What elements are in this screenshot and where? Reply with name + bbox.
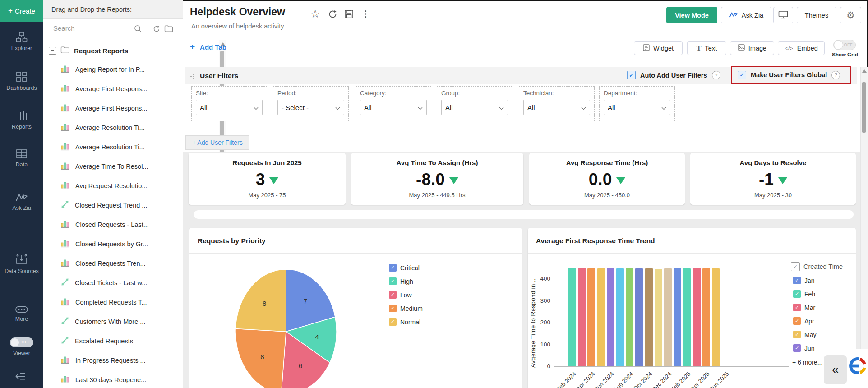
report-list-item[interactable]: Customers With More ... <box>43 312 175 331</box>
themes-button[interactable]: Themes <box>797 7 836 23</box>
folder-view-icon[interactable] <box>164 25 173 34</box>
search-input[interactable]: Search <box>53 24 75 32</box>
drag-handle-icon[interactable] <box>190 73 195 79</box>
embed-button[interactable]: </> Embed <box>778 41 825 55</box>
auto-add-user-filters-option[interactable]: ✓ Auto Add User Filters ? <box>627 71 720 79</box>
legend-checkbox-icon[interactable]: ✓ <box>389 318 397 326</box>
legend-checkbox-icon[interactable]: ✓ <box>793 290 801 298</box>
report-list-item[interactable]: Average Time To Resol... <box>43 157 175 176</box>
legend-item-mar[interactable]: ✓Mar <box>793 304 815 311</box>
search-icon[interactable] <box>134 24 143 35</box>
text-button[interactable]: T Text <box>687 41 726 55</box>
legend-checkbox-icon[interactable]: ✓ <box>793 344 801 352</box>
collapse-folder-icon[interactable] <box>49 47 56 55</box>
report-list-item[interactable]: In Progress Requests ... <box>43 351 175 370</box>
filter-select[interactable]: - Select - <box>277 100 344 115</box>
sidebar-item-data-sources[interactable]: Data Sources <box>0 254 43 275</box>
bar-mar-2025[interactable] <box>693 268 701 366</box>
report-list-item[interactable]: Closed Requests Tren... <box>43 254 175 273</box>
report-list-item[interactable]: Avg Request Resolutio... <box>43 176 175 195</box>
legend-item-may[interactable]: ✓May <box>793 331 816 338</box>
bar-sep-2024[interactable] <box>635 268 643 366</box>
report-list-item[interactable]: Last 30 days Reopene... <box>43 370 175 388</box>
make-user-filters-global-option[interactable]: ✓ Make User Filters Global ? <box>731 66 851 84</box>
bar-may-2025[interactable] <box>712 268 720 366</box>
legend-item-jun[interactable]: ✓Jun <box>793 344 815 352</box>
scroll-up-icon[interactable] <box>862 69 867 73</box>
show-grid-toggle[interactable]: OFF <box>833 40 856 50</box>
legend-checkbox-icon[interactable]: ✓ <box>389 264 397 272</box>
pie-chart[interactable]: 74688 <box>189 254 522 388</box>
legend-checkbox-icon[interactable]: ✓ <box>793 331 801 338</box>
report-list-item[interactable]: Completed Requests T... <box>43 292 175 312</box>
legend-item-critical[interactable]: ✓Critical <box>389 264 420 272</box>
report-list-item[interactable]: Closed Request Trend ... <box>43 195 175 215</box>
report-list-item[interactable]: Average First Respons... <box>43 79 175 98</box>
pie-slice-normal[interactable] <box>235 269 286 332</box>
legend-item-normal[interactable]: ✓Normal <box>389 318 420 326</box>
image-button[interactable]: Image <box>730 41 774 55</box>
bar-feb-2025[interactable] <box>683 268 691 366</box>
refresh-icon[interactable] <box>328 9 337 21</box>
report-list-item[interactable]: Average Resolution Ti... <box>43 118 175 137</box>
add-user-filters-button[interactable]: + Add User Filters <box>185 135 249 150</box>
report-list-item[interactable]: Ageing Report for In P... <box>43 60 175 79</box>
bar-jan-2025[interactable] <box>674 268 681 366</box>
legend-checkbox-icon[interactable]: ✓ <box>389 277 397 285</box>
favorite-star-icon[interactable]: ☆ <box>310 8 320 20</box>
bar-jul-2024[interactable] <box>616 268 624 366</box>
help-icon[interactable]: ? <box>712 71 720 79</box>
legend-item-medium[interactable]: ✓Medium <box>389 305 423 312</box>
bar-apr-2025[interactable] <box>702 268 710 366</box>
view-mode-button[interactable]: View Mode <box>666 7 717 23</box>
filter-select[interactable]: All <box>360 100 427 115</box>
refresh-list-icon[interactable] <box>152 25 161 35</box>
checkbox-checked-icon[interactable]: ✓ <box>738 71 746 79</box>
report-list-item[interactable]: Average First Respons... <box>43 98 175 118</box>
legend-item-jan[interactable]: ✓Jan <box>793 277 815 284</box>
report-list-item[interactable]: Escalated Requests <box>43 331 175 351</box>
analytics-logo[interactable] <box>847 349 868 388</box>
settings-button[interactable]: ⚙ <box>840 7 861 23</box>
bar-apr-2024[interactable] <box>587 268 595 366</box>
legend-header-created-time[interactable]: ✓Created Time <box>791 262 843 271</box>
collapse-sidebar-icon[interactable] <box>14 372 26 383</box>
legend-checkbox-icon[interactable]: ✓ <box>791 262 800 271</box>
main-scrollbar-thumb[interactable] <box>862 82 866 133</box>
report-list-item[interactable]: Closed Requests by Gr... <box>43 234 175 254</box>
legend-checkbox-icon[interactable]: ✓ <box>793 304 801 311</box>
bar-feb-2024[interactable] <box>568 268 576 366</box>
bar-jun-2024[interactable] <box>607 268 614 366</box>
bar-may-2024[interactable] <box>597 268 605 366</box>
sidebar-item-explorer[interactable]: Explorer <box>0 32 43 52</box>
filter-select[interactable]: All <box>523 100 590 115</box>
viewer-toggle[interactable]: OFF Viewer <box>0 337 43 357</box>
sidebar-item-dashboards[interactable]: Dashboards <box>0 71 43 92</box>
legend-checkbox-icon[interactable]: ✓ <box>793 317 801 325</box>
report-list-item[interactable]: Average Resolution Ti... <box>43 137 175 157</box>
filter-select[interactable]: All <box>196 100 263 115</box>
legend-checkbox-icon[interactable]: ✓ <box>389 305 397 312</box>
legend-checkbox-icon[interactable]: ✓ <box>389 291 397 299</box>
bar-mar-2024[interactable] <box>578 268 586 366</box>
collapse-panel-button[interactable]: « <box>824 355 847 384</box>
viewer-toggle-pill[interactable]: OFF <box>10 337 33 347</box>
sidebar-item-ask-zia[interactable]: Ask Zia <box>0 192 43 212</box>
bar-oct-2024[interactable] <box>645 268 653 366</box>
filter-select[interactable]: All <box>604 100 670 115</box>
horizontal-scrollbar[interactable] <box>194 210 854 219</box>
sidebar-item-more[interactable]: More <box>0 306 43 323</box>
save-icon[interactable] <box>344 9 354 21</box>
report-folder-row[interactable]: Request Reports <box>43 42 175 60</box>
widget-button[interactable]: Widget <box>634 41 683 55</box>
sidebar-item-data[interactable]: Data <box>0 149 43 169</box>
more-options-kebab-icon[interactable]: ⋮ <box>361 9 370 19</box>
bar-nov-2024[interactable] <box>655 269 662 366</box>
legend-item-high[interactable]: ✓High <box>389 277 413 285</box>
legend-item-feb[interactable]: ✓Feb <box>793 290 815 298</box>
filter-select[interactable]: All <box>441 100 508 115</box>
legend-more-link[interactable]: + 6 more... <box>792 359 822 366</box>
create-button[interactable]: + Create <box>0 0 43 22</box>
presentation-mode-button[interactable] <box>773 7 793 23</box>
sidebar-item-reports[interactable]: Reports <box>0 110 43 131</box>
